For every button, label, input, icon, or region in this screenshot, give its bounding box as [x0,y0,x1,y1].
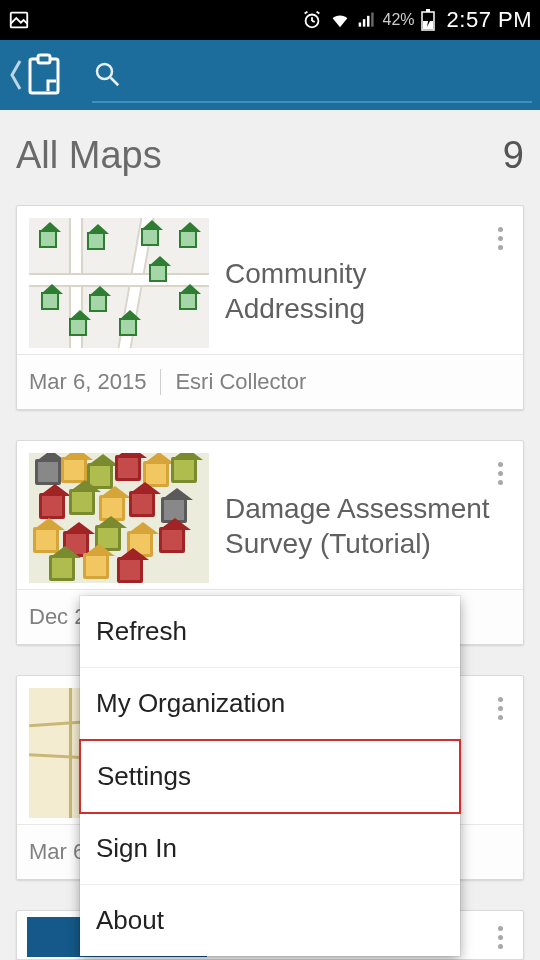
svg-line-4 [304,12,307,14]
map-thumbnail [29,218,209,348]
card-overflow-button[interactable] [487,218,513,258]
alarm-icon [301,9,323,31]
menu-item-refresh[interactable]: Refresh [80,596,460,668]
status-clock: 2:57 PM [447,7,532,33]
battery-icon [421,9,435,31]
svg-line-3 [312,21,315,22]
svg-line-17 [111,78,119,86]
svg-line-5 [316,12,319,14]
back-chevron-icon[interactable] [8,57,22,93]
card-overflow-button[interactable] [487,453,513,493]
svg-rect-11 [426,9,430,12]
svg-rect-8 [367,16,370,27]
map-thumbnail [29,453,209,583]
menu-item-sign-in[interactable]: Sign In [80,813,460,885]
map-title: Damage Assessment Survey (Tutorial) [225,491,511,561]
card-overflow-button[interactable] [487,917,513,957]
android-status-bar: 42% 2:57 PM [0,0,540,40]
cell-signal-icon [357,10,377,30]
menu-item-my-organization[interactable]: My Organization [80,668,460,740]
svg-point-16 [97,64,112,79]
clipboard-app-icon[interactable] [24,53,64,97]
card-author: Esri Collector [175,369,306,395]
map-card[interactable]: Community Addressing Mar 6, 2015 Esri Co… [16,205,524,410]
search-field[interactable] [92,47,532,103]
card-footer: Mar 6, 2015 Esri Collector [17,354,523,409]
picture-icon [8,9,30,31]
map-title: Community Addressing [225,256,511,326]
menu-item-settings[interactable]: Settings [79,739,461,814]
svg-rect-15 [38,55,50,63]
page-title: All Maps [16,134,162,177]
maps-count: 9 [503,134,524,177]
card-date: Mar 6, 2015 [29,369,146,395]
wifi-icon [329,9,351,31]
search-icon [92,59,122,89]
svg-rect-7 [362,19,365,26]
menu-item-about[interactable]: About [80,885,460,956]
page-header: All Maps 9 [0,110,540,205]
card-overflow-button[interactable] [487,688,513,728]
battery-percentage: 42% [383,11,415,29]
svg-rect-9 [371,13,374,27]
svg-rect-6 [358,23,361,27]
overflow-menu: Refresh My Organization Settings Sign In… [80,596,460,956]
app-bar [0,40,540,110]
footer-divider [160,369,161,395]
